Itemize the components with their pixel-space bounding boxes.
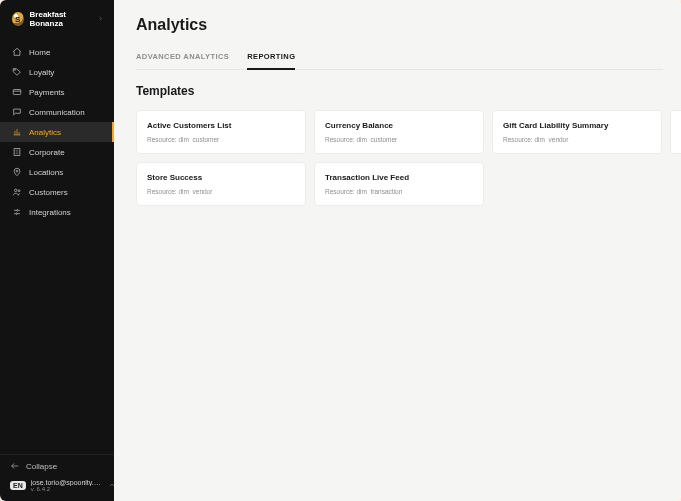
template-title: Gift Card Liability Summary bbox=[503, 121, 651, 130]
user-email: jose.torio@spoonity.co... bbox=[31, 479, 103, 487]
svg-point-6 bbox=[17, 210, 19, 212]
sidebar-footer: Collapse EN jose.torio@spoonity.co... v.… bbox=[0, 454, 114, 501]
main: Analytics ADVANCED ANALYTICS REPORTING T… bbox=[114, 0, 681, 501]
template-card[interactable]: Transaction Live Feed Resource: dim_tran… bbox=[314, 162, 484, 206]
sidebar-item-locations[interactable]: Locations bbox=[0, 162, 114, 182]
sidebar-item-home[interactable]: Home bbox=[0, 42, 114, 62]
template-title: Currency Balance bbox=[325, 121, 473, 130]
section-title: Templates bbox=[136, 84, 663, 98]
template-resource: Resource: dim_customer bbox=[147, 136, 295, 143]
app-shell: S Breakfast Bonanza Home Loyalty bbox=[0, 0, 681, 501]
template-resource: Resource: dim_vendor bbox=[147, 188, 295, 195]
collapse-icon bbox=[10, 461, 20, 473]
template-card[interactable]: Gift Card Liability Summary Resource: di… bbox=[492, 110, 662, 154]
users-icon bbox=[12, 187, 22, 197]
tab-reporting[interactable]: REPORTING bbox=[247, 46, 295, 69]
building-icon bbox=[12, 147, 22, 157]
user-info: jose.torio@spoonity.co... v. 6.4.2 bbox=[31, 479, 103, 493]
sidebar-item-label: Communication bbox=[29, 108, 85, 117]
collapse-label: Collapse bbox=[26, 462, 57, 471]
chevron-up-icon bbox=[108, 481, 116, 491]
sliders-icon bbox=[12, 207, 22, 217]
pin-icon bbox=[12, 167, 22, 177]
template-card[interactable]: Store Success Resource: dim_vendor bbox=[136, 162, 306, 206]
brand-name: Breakfast Bonanza bbox=[30, 10, 89, 28]
tab-advanced-analytics[interactable]: ADVANCED ANALYTICS bbox=[136, 46, 229, 69]
template-resource: Resource: dim_vendor bbox=[503, 136, 651, 143]
svg-point-7 bbox=[16, 213, 17, 215]
template-cards: Active Customers List Resource: dim_cust… bbox=[136, 110, 681, 206]
analytics-icon bbox=[12, 127, 22, 137]
tabs: ADVANCED ANALYTICS REPORTING bbox=[136, 46, 663, 70]
card-icon bbox=[12, 87, 22, 97]
user-menu[interactable]: EN jose.torio@spoonity.co... v. 6.4.2 bbox=[10, 479, 106, 493]
template-card[interactable]: Re Re bbox=[670, 110, 681, 154]
sidebar-item-corporate[interactable]: Corporate bbox=[0, 142, 114, 162]
sidebar-item-payments[interactable]: Payments bbox=[0, 82, 114, 102]
chat-icon bbox=[12, 107, 22, 117]
sidebar-item-integrations[interactable]: Integrations bbox=[0, 202, 114, 222]
sidebar: S Breakfast Bonanza Home Loyalty bbox=[0, 0, 114, 501]
svg-point-5 bbox=[18, 190, 20, 192]
brand-switcher[interactable]: S Breakfast Bonanza bbox=[0, 0, 114, 40]
main-content: Analytics ADVANCED ANALYTICS REPORTING T… bbox=[114, 0, 681, 220]
svg-point-4 bbox=[15, 189, 18, 192]
sidebar-item-analytics[interactable]: Analytics bbox=[0, 122, 114, 142]
sidebar-item-label: Corporate bbox=[29, 148, 65, 157]
template-title: Transaction Live Feed bbox=[325, 173, 473, 182]
tag-icon bbox=[12, 67, 22, 77]
sidebar-item-label: Analytics bbox=[29, 128, 61, 137]
app-version: v. 6.4.2 bbox=[31, 486, 103, 493]
svg-point-3 bbox=[16, 170, 18, 172]
sidebar-item-label: Integrations bbox=[29, 208, 71, 217]
svg-point-0 bbox=[14, 69, 15, 70]
sidebar-nav: Home Loyalty Payments Communication bbox=[0, 40, 114, 224]
sidebar-item-label: Home bbox=[29, 48, 50, 57]
template-resource: Resource: dim_customer bbox=[325, 136, 473, 143]
template-title: Active Customers List bbox=[147, 121, 295, 130]
sidebar-item-label: Loyalty bbox=[29, 68, 54, 77]
template-card[interactable]: Active Customers List Resource: dim_cust… bbox=[136, 110, 306, 154]
page-title: Analytics bbox=[136, 16, 663, 34]
svg-rect-2 bbox=[14, 149, 20, 156]
sidebar-item-loyalty[interactable]: Loyalty bbox=[0, 62, 114, 82]
sidebar-item-communication[interactable]: Communication bbox=[0, 102, 114, 122]
sidebar-item-label: Customers bbox=[29, 188, 68, 197]
home-icon bbox=[12, 47, 22, 57]
sidebar-item-label: Locations bbox=[29, 168, 63, 177]
collapse-button[interactable]: Collapse bbox=[10, 461, 106, 473]
sidebar-item-label: Payments bbox=[29, 88, 65, 97]
svg-rect-1 bbox=[13, 90, 21, 95]
chevron-right-icon bbox=[97, 15, 104, 24]
template-title: Store Success bbox=[147, 173, 295, 182]
brand-logo: S bbox=[12, 12, 24, 26]
sidebar-item-customers[interactable]: Customers bbox=[0, 182, 114, 202]
language-badge: EN bbox=[10, 481, 26, 490]
template-resource: Resource: dim_transaction bbox=[325, 188, 473, 195]
template-card[interactable]: Currency Balance Resource: dim_customer bbox=[314, 110, 484, 154]
